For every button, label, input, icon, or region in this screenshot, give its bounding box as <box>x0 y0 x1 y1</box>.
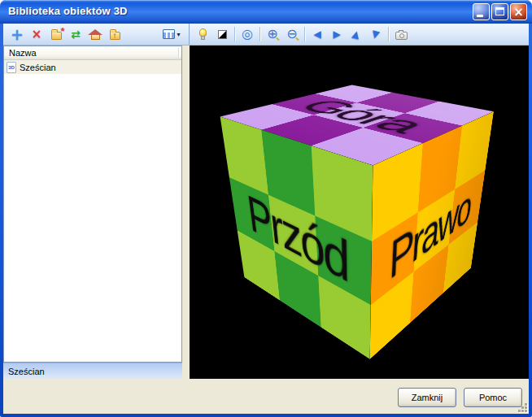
dropdown-caret-icon: ▾ <box>177 31 180 38</box>
minimize-icon <box>477 15 483 17</box>
rotate-left-icon: ◀ <box>313 29 321 39</box>
viewport-toolbar-section: ◎ ⊕ ⊖ ◀ ▶ ▲ ▼ <box>190 24 529 45</box>
new-folder-button[interactable]: * <box>46 24 66 44</box>
cube-3d: Przód Prawo Góra <box>294 98 443 307</box>
zoom-in-button[interactable]: ⊕ <box>263 24 282 44</box>
3d-document-icon: 3D <box>7 62 16 73</box>
toolbar-separator <box>234 27 235 41</box>
view-mode-button[interactable]: ▾ <box>159 24 185 44</box>
window-title: Biblioteka obiektów 3D <box>0 0 128 23</box>
front-face-label: Przód <box>244 182 348 293</box>
dialog-buttons: Zamknij Pomoc <box>398 388 522 407</box>
light-button[interactable] <box>193 24 212 44</box>
selection-status-bar: Sześcian <box>3 363 182 379</box>
add-object-button[interactable]: + <box>7 24 27 44</box>
toolbar-separator <box>388 27 389 41</box>
add-icon: + <box>11 27 24 42</box>
panel-splitter[interactable] <box>182 46 190 379</box>
titlebar: Biblioteka obiektów 3D × <box>0 0 532 24</box>
list-item[interactable]: 3D Sześcian <box>4 60 181 74</box>
top-face-label: Góra <box>285 97 438 137</box>
background-color-button[interactable] <box>212 24 232 44</box>
snapshot-button[interactable] <box>391 24 411 44</box>
reset-view-button[interactable]: ◎ <box>238 24 257 44</box>
rotate-down-button[interactable]: ▼ <box>366 24 386 44</box>
main-area: Nazwa 3D Sześcian Sześcian <box>3 46 529 379</box>
swap-arrows-icon: ⇄ <box>71 28 81 40</box>
maximize-button[interactable] <box>491 3 508 20</box>
grid-view-icon <box>163 29 175 39</box>
minimize-button[interactable] <box>473 3 490 20</box>
resize-grip[interactable] <box>517 402 527 412</box>
object-list-panel: Nazwa 3D Sześcian Sześcian <box>3 46 182 379</box>
viewport-3d[interactable]: Przód Prawo Góra <box>190 46 529 379</box>
folder-up-icon: ↑ <box>110 32 120 40</box>
new-folder-icon: * <box>51 32 62 40</box>
library-toolbar-section: + × * ⇄ ↑ <box>3 24 190 45</box>
3d-document-icon-label: 3D <box>8 65 15 70</box>
close-icon: × <box>511 4 526 20</box>
delete-object-button[interactable]: × <box>27 24 46 44</box>
help-button[interactable]: Pomoc <box>464 388 522 407</box>
up-arrow-icon: ↑ <box>111 31 120 40</box>
rotate-right-button[interactable]: ▶ <box>327 24 347 44</box>
close-dialog-button[interactable]: Zamknij <box>398 388 456 407</box>
column-header-label: Nazwa <box>9 48 37 58</box>
rotate-right-icon: ▶ <box>333 29 340 39</box>
scene-3d: Przód Prawo Góra <box>190 46 529 379</box>
home-icon <box>91 35 100 40</box>
zoom-in-icon: ⊕ <box>267 28 277 41</box>
object-list: Nazwa 3D Sześcian <box>3 46 182 363</box>
home-button[interactable] <box>85 24 105 44</box>
column-header-nazwa[interactable]: Nazwa <box>4 46 181 60</box>
maximize-icon <box>495 7 504 15</box>
replace-button[interactable]: ⇄ <box>66 24 85 44</box>
new-star-icon: * <box>60 25 64 37</box>
zoom-out-icon: ⊖ <box>286 28 297 41</box>
right-face-label: Prawo <box>388 177 474 291</box>
bullseye-icon: ◎ <box>242 28 253 41</box>
parent-folder-button[interactable]: ↑ <box>105 24 124 44</box>
toolbar-separator <box>259 27 260 41</box>
window-content: + × * ⇄ ↑ <box>3 24 529 414</box>
close-button[interactable]: × <box>510 3 527 20</box>
zoom-out-button[interactable]: ⊖ <box>282 24 302 44</box>
rotate-up-icon: ▲ <box>351 28 361 40</box>
light-bulb-icon <box>199 28 207 37</box>
toolbar: + × * ⇄ ↑ <box>3 24 529 46</box>
toolbar-separator <box>304 27 305 41</box>
window: Biblioteka obiektów 3D × + × <box>0 0 532 417</box>
list-item-label: Sześcian <box>20 63 56 72</box>
rotate-left-button[interactable]: ◀ <box>307 24 327 44</box>
delete-icon: × <box>32 28 42 41</box>
rotate-down-icon: ▼ <box>371 28 381 40</box>
camera-icon <box>395 32 408 40</box>
contrast-square-icon <box>218 30 227 39</box>
footer: Zamknij Pomoc <box>3 379 529 414</box>
status-text: Sześcian <box>8 367 45 376</box>
rotate-up-button[interactable]: ▲ <box>347 24 366 44</box>
window-controls: × <box>471 3 527 20</box>
